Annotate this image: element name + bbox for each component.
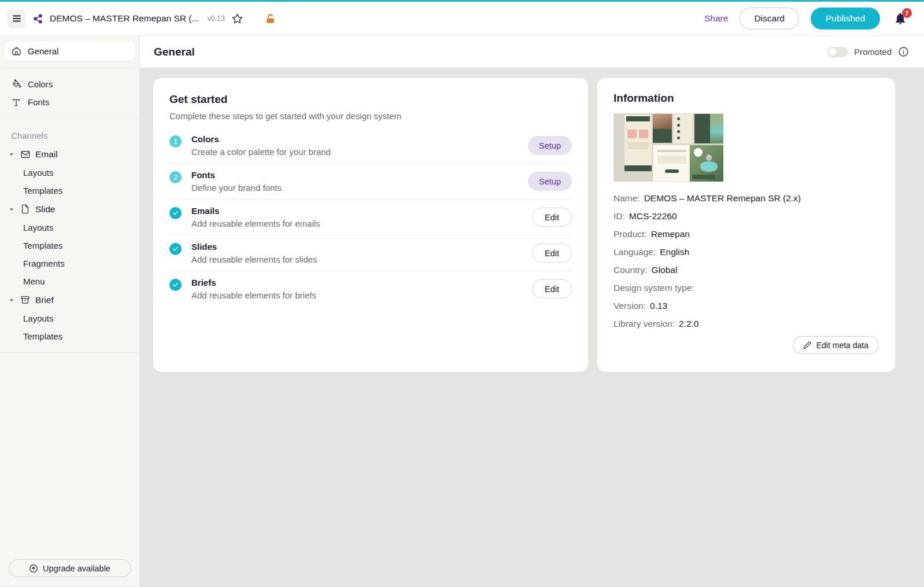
- paint-bucket-icon: [11, 79, 21, 89]
- font-t-icon: [11, 98, 21, 107]
- sidebar-item-label: Slide: [35, 204, 55, 215]
- info-field-product: Product: Remepan: [613, 225, 879, 243]
- document-version: v0.13: [207, 14, 225, 23]
- main-area: General Promoted Get started Complete th…: [140, 36, 924, 586]
- step-title: Colors: [191, 134, 528, 144]
- sidebar-item-slide-layouts[interactable]: Layouts: [5, 219, 135, 237]
- upgrade-label: Upgrade available: [43, 564, 110, 573]
- page-title: General: [154, 46, 195, 58]
- setup-colors-button[interactable]: Setup: [528, 136, 572, 155]
- page-icon: [20, 204, 31, 214]
- step-title: Briefs: [191, 278, 532, 287]
- sidebar-item-label: Fonts: [28, 97, 50, 107]
- step-number-badge: 2: [169, 171, 182, 183]
- main-header: General Promoted: [140, 36, 924, 68]
- sidebar-item-fonts[interactable]: Fonts: [5, 93, 135, 111]
- sidebar-item-slide-fragments[interactable]: Fragments: [5, 254, 135, 272]
- sidebar-item-label: Email: [35, 149, 58, 160]
- upgrade-arrow-icon: [29, 564, 38, 573]
- setup-fonts-button[interactable]: Setup: [528, 172, 572, 191]
- sidebar-item-brief-templates[interactable]: Templates: [5, 327, 135, 345]
- archive-icon: [20, 295, 31, 305]
- edit-emails-button[interactable]: Edit: [532, 208, 572, 227]
- unlock-icon[interactable]: [265, 13, 276, 24]
- edit-briefs-button[interactable]: Edit: [532, 279, 572, 298]
- edit-meta-data-label: Edit meta data: [816, 341, 868, 350]
- sidebar-item-label: Brief: [35, 295, 54, 305]
- info-field-id: ID: MCS-22260: [613, 207, 879, 225]
- chevron-down-icon[interactable]: [8, 152, 15, 157]
- discard-button[interactable]: Discard: [740, 8, 799, 29]
- step-description: Define your brand fonts: [191, 183, 528, 193]
- step-description: Create a color palette for your brand: [191, 147, 528, 157]
- info-field-name: Name: DEMOS – MASTER Remepan SR (2.x): [613, 189, 879, 207]
- information-title: Information: [613, 92, 879, 105]
- step-title: Fonts: [191, 170, 528, 180]
- info-field-version: Version: 0.13: [613, 297, 879, 315]
- chevron-down-icon[interactable]: [8, 206, 15, 212]
- home-icon: [11, 46, 21, 56]
- sidebar-item-label: General: [28, 46, 58, 56]
- sidebar-divider: [0, 118, 139, 119]
- sidebar-item-email[interactable]: Email: [5, 145, 135, 164]
- step-row-briefs: Briefs Add reusable elements for briefs …: [169, 271, 572, 307]
- sidebar-divider: [0, 352, 139, 353]
- sidebar-item-brief-layouts[interactable]: Layouts: [5, 309, 135, 327]
- info-icon[interactable]: [898, 46, 909, 57]
- step-description: Add reusable elements for briefs: [191, 290, 532, 300]
- design-system-thumbnail: [613, 113, 723, 182]
- share-icon[interactable]: [33, 14, 43, 24]
- step-title: Slides: [191, 242, 532, 252]
- star-icon[interactable]: [232, 13, 243, 24]
- check-icon: [169, 207, 182, 219]
- document-title: DEMOS – MASTER Remepan SR (...: [50, 13, 199, 24]
- get-started-subtitle: Complete these steps to get started with…: [169, 111, 572, 121]
- get-started-card: Get started Complete these steps to get …: [153, 78, 588, 372]
- step-row-emails: Emails Add reusable elements for emails …: [169, 199, 572, 235]
- sidebar-item-brief[interactable]: Brief: [5, 290, 135, 309]
- sidebar-item-general[interactable]: General: [5, 42, 135, 61]
- pencil-icon: [803, 341, 811, 349]
- sidebar-item-label: Colors: [28, 79, 53, 89]
- step-title: Emails: [191, 206, 532, 216]
- menu-icon: [12, 13, 22, 24]
- chevron-down-icon[interactable]: [8, 297, 15, 303]
- topbar: DEMOS – MASTER Remepan SR (... v0.13 Sha…: [0, 2, 924, 36]
- promoted-toggle[interactable]: [827, 47, 848, 57]
- step-number-badge: 1: [169, 135, 182, 147]
- upgrade-available-button[interactable]: Upgrade available: [9, 559, 131, 577]
- sidebar-item-slide-templates[interactable]: Templates: [5, 237, 135, 254]
- check-icon: [169, 279, 182, 291]
- information-card: Information Name: DEMOS – MASTER Remepan…: [597, 78, 895, 372]
- sidebar-item-email-templates[interactable]: Templates: [5, 182, 135, 200]
- step-description: Add reusable elements for emails: [191, 219, 532, 228]
- step-row-fonts: 2 Fonts Define your brand fonts Setup: [169, 163, 572, 199]
- sidebar-item-slide[interactable]: Slide: [5, 200, 135, 219]
- share-button[interactable]: Share: [704, 13, 728, 24]
- published-button[interactable]: Published: [811, 8, 880, 29]
- get-started-title: Get started: [169, 93, 572, 106]
- check-icon: [169, 243, 182, 255]
- step-description: Add reusable elements for slides: [191, 254, 532, 264]
- sidebar-divider: [0, 68, 139, 68]
- notifications-button[interactable]: 7: [892, 10, 909, 27]
- info-field-library-version: Library version: 2.2.0: [613, 315, 879, 333]
- step-row-slides: Slides Add reusable elements for slides …: [169, 235, 572, 271]
- sidebar-item-email-layouts[interactable]: Layouts: [5, 164, 135, 182]
- information-fields: Name: DEMOS – MASTER Remepan SR (2.x) ID…: [613, 189, 879, 333]
- notification-badge: 7: [902, 8, 912, 18]
- edit-meta-data-button[interactable]: Edit meta data: [793, 336, 879, 354]
- info-field-language: Language: English: [613, 243, 879, 261]
- sidebar: General Colors Fonts Channels Email: [0, 36, 140, 586]
- info-field-country: Country: Global: [613, 261, 879, 279]
- envelope-icon: [20, 149, 31, 160]
- sidebar-item-slide-menu[interactable]: Menu: [5, 272, 135, 290]
- sidebar-item-colors[interactable]: Colors: [5, 75, 135, 93]
- step-row-colors: 1 Colors Create a color palette for your…: [169, 128, 572, 163]
- info-field-design-system-type: Design system type:: [613, 279, 879, 297]
- channels-section-label: Channels: [5, 125, 135, 145]
- menu-button[interactable]: [7, 9, 26, 28]
- promoted-label: Promoted: [854, 47, 892, 57]
- edit-slides-button[interactable]: Edit: [532, 243, 572, 263]
